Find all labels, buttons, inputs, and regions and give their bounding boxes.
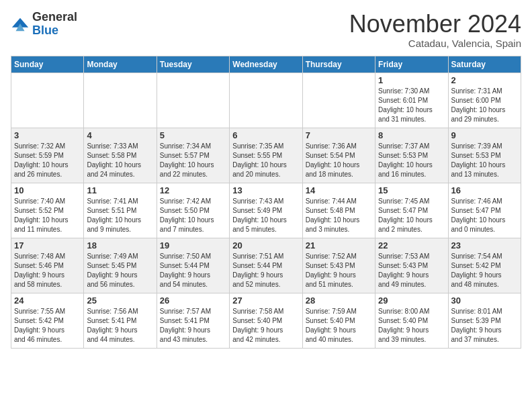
cell-w4-d1: 18Sunrise: 7:49 AM Sunset: 5:45 PM Dayli…	[84, 238, 157, 293]
week-row-2: 3Sunrise: 7:32 AM Sunset: 5:59 PM Daylig…	[11, 128, 521, 183]
day-number: 19	[160, 240, 226, 250]
cell-w1-d2	[157, 73, 229, 128]
cell-w2-d2: 5Sunrise: 7:34 AM Sunset: 5:57 PM Daylig…	[157, 128, 229, 183]
cell-w2-d6: 9Sunrise: 7:39 AM Sunset: 5:53 PM Daylig…	[448, 128, 521, 183]
day-info: Sunrise: 7:44 AM Sunset: 5:48 PM Dayligh…	[306, 197, 372, 234]
day-info: Sunrise: 7:33 AM Sunset: 5:58 PM Dayligh…	[87, 142, 153, 179]
cell-w3-d6: 16Sunrise: 7:46 AM Sunset: 5:47 PM Dayli…	[448, 183, 521, 238]
day-number: 20	[232, 240, 299, 250]
cell-w5-d2: 26Sunrise: 7:57 AM Sunset: 5:41 PM Dayli…	[157, 293, 229, 348]
header-wednesday: Wednesday	[230, 56, 302, 73]
cell-w4-d6: 23Sunrise: 7:54 AM Sunset: 5:42 PM Dayli…	[448, 238, 521, 293]
day-number: 10	[14, 185, 81, 195]
day-number: 9	[451, 130, 518, 140]
day-info: Sunrise: 7:50 AM Sunset: 5:44 PM Dayligh…	[160, 252, 226, 289]
day-info: Sunrise: 7:55 AM Sunset: 5:42 PM Dayligh…	[14, 307, 81, 345]
header-friday: Friday	[375, 56, 448, 73]
cell-w5-d3: 27Sunrise: 7:58 AM Sunset: 5:40 PM Dayli…	[230, 293, 302, 348]
day-info: Sunrise: 7:51 AM Sunset: 5:44 PM Dayligh…	[232, 252, 299, 289]
day-number: 14	[306, 185, 372, 195]
logo: General Blue	[11, 11, 77, 38]
day-info: Sunrise: 7:59 AM Sunset: 5:40 PM Dayligh…	[306, 307, 372, 345]
day-number: 1	[378, 75, 445, 85]
calendar-header: SundayMondayTuesdayWednesdayThursdayFrid…	[11, 56, 521, 73]
cell-w2-d1: 4Sunrise: 7:33 AM Sunset: 5:58 PM Daylig…	[84, 128, 157, 183]
cell-w1-d3	[230, 73, 302, 128]
cell-w5-d0: 24Sunrise: 7:55 AM Sunset: 5:42 PM Dayli…	[11, 293, 84, 348]
month-title: November 2024	[349, 11, 521, 38]
header-thursday: Thursday	[302, 56, 375, 73]
logo-icon	[11, 15, 30, 34]
cell-w1-d0	[11, 73, 84, 128]
day-info: Sunrise: 7:37 AM Sunset: 5:53 PM Dayligh…	[378, 142, 445, 179]
logo-general-text: General	[32, 11, 77, 24]
cell-w5-d5: 29Sunrise: 8:00 AM Sunset: 5:40 PM Dayli…	[375, 293, 448, 348]
day-info: Sunrise: 7:30 AM Sunset: 6:01 PM Dayligh…	[378, 87, 445, 124]
day-number: 16	[451, 185, 518, 195]
day-info: Sunrise: 7:41 AM Sunset: 5:51 PM Dayligh…	[87, 197, 153, 234]
day-number: 18	[87, 240, 153, 250]
cell-w2-d5: 8Sunrise: 7:37 AM Sunset: 5:53 PM Daylig…	[375, 128, 448, 183]
day-info: Sunrise: 7:49 AM Sunset: 5:45 PM Dayligh…	[87, 252, 153, 289]
day-info: Sunrise: 7:54 AM Sunset: 5:42 PM Dayligh…	[451, 252, 518, 289]
day-info: Sunrise: 7:53 AM Sunset: 5:43 PM Dayligh…	[378, 252, 445, 289]
day-number: 24	[14, 295, 81, 306]
cell-w3-d3: 13Sunrise: 7:43 AM Sunset: 5:49 PM Dayli…	[230, 183, 302, 238]
day-number: 13	[232, 185, 299, 195]
cell-w5-d1: 25Sunrise: 7:56 AM Sunset: 5:41 PM Dayli…	[84, 293, 157, 348]
calendar-table: SundayMondayTuesdayWednesdayThursdayFrid…	[11, 56, 521, 349]
day-number: 22	[378, 240, 445, 250]
day-info: Sunrise: 7:46 AM Sunset: 5:47 PM Dayligh…	[451, 197, 518, 234]
day-info: Sunrise: 8:00 AM Sunset: 5:40 PM Dayligh…	[378, 307, 445, 345]
week-row-5: 24Sunrise: 7:55 AM Sunset: 5:42 PM Dayli…	[11, 293, 521, 348]
day-info: Sunrise: 7:39 AM Sunset: 5:53 PM Dayligh…	[451, 142, 518, 179]
day-info: Sunrise: 7:58 AM Sunset: 5:40 PM Dayligh…	[232, 307, 299, 345]
cell-w4-d0: 17Sunrise: 7:48 AM Sunset: 5:46 PM Dayli…	[11, 238, 84, 293]
day-number: 15	[378, 185, 445, 195]
day-info: Sunrise: 7:42 AM Sunset: 5:50 PM Dayligh…	[160, 197, 226, 234]
logo-blue-text: Blue	[32, 24, 77, 38]
day-number: 6	[232, 130, 299, 140]
day-info: Sunrise: 7:31 AM Sunset: 6:00 PM Dayligh…	[451, 87, 518, 124]
week-row-1: 1Sunrise: 7:30 AM Sunset: 6:01 PM Daylig…	[11, 73, 521, 128]
cell-w4-d3: 20Sunrise: 7:51 AM Sunset: 5:44 PM Dayli…	[230, 238, 302, 293]
cell-w1-d6: 2Sunrise: 7:31 AM Sunset: 6:00 PM Daylig…	[448, 73, 521, 128]
page-header: General Blue November 2024 Catadau, Vale…	[11, 11, 521, 49]
day-number: 7	[306, 130, 372, 140]
cell-w2-d0: 3Sunrise: 7:32 AM Sunset: 5:59 PM Daylig…	[11, 128, 84, 183]
logo-text: General Blue	[32, 11, 77, 38]
cell-w3-d1: 11Sunrise: 7:41 AM Sunset: 5:51 PM Dayli…	[84, 183, 157, 238]
day-number: 27	[232, 295, 299, 306]
header-monday: Monday	[84, 56, 157, 73]
calendar-body: 1Sunrise: 7:30 AM Sunset: 6:01 PM Daylig…	[11, 73, 521, 348]
cell-w4-d5: 22Sunrise: 7:53 AM Sunset: 5:43 PM Dayli…	[375, 238, 448, 293]
title-block: November 2024 Catadau, Valencia, Spain	[349, 11, 521, 49]
day-info: Sunrise: 7:40 AM Sunset: 5:52 PM Dayligh…	[14, 197, 81, 234]
day-info: Sunrise: 7:34 AM Sunset: 5:57 PM Dayligh…	[160, 142, 226, 179]
day-number: 25	[87, 295, 153, 306]
day-number: 5	[160, 130, 226, 140]
day-number: 23	[451, 240, 518, 250]
header-sunday: Sunday	[11, 56, 84, 73]
week-row-3: 10Sunrise: 7:40 AM Sunset: 5:52 PM Dayli…	[11, 183, 521, 238]
cell-w4-d4: 21Sunrise: 7:52 AM Sunset: 5:43 PM Dayli…	[302, 238, 375, 293]
day-info: Sunrise: 7:57 AM Sunset: 5:41 PM Dayligh…	[160, 307, 226, 345]
cell-w3-d2: 12Sunrise: 7:42 AM Sunset: 5:50 PM Dayli…	[157, 183, 229, 238]
day-number: 17	[14, 240, 81, 250]
cell-w1-d4	[302, 73, 375, 128]
header-tuesday: Tuesday	[157, 56, 229, 73]
day-info: Sunrise: 7:56 AM Sunset: 5:41 PM Dayligh…	[87, 307, 153, 345]
cell-w3-d4: 14Sunrise: 7:44 AM Sunset: 5:48 PM Dayli…	[302, 183, 375, 238]
day-number: 4	[87, 130, 153, 140]
day-number: 30	[451, 295, 518, 306]
day-info: Sunrise: 7:36 AM Sunset: 5:54 PM Dayligh…	[306, 142, 372, 179]
day-number: 26	[160, 295, 226, 306]
day-info: Sunrise: 8:01 AM Sunset: 5:39 PM Dayligh…	[451, 307, 518, 345]
day-info: Sunrise: 7:52 AM Sunset: 5:43 PM Dayligh…	[306, 252, 372, 289]
day-info: Sunrise: 7:43 AM Sunset: 5:49 PM Dayligh…	[232, 197, 299, 234]
cell-w1-d5: 1Sunrise: 7:30 AM Sunset: 6:01 PM Daylig…	[375, 73, 448, 128]
cell-w2-d4: 7Sunrise: 7:36 AM Sunset: 5:54 PM Daylig…	[302, 128, 375, 183]
location: Catadau, Valencia, Spain	[349, 38, 521, 49]
day-number: 21	[306, 240, 372, 250]
day-number: 3	[14, 130, 81, 140]
